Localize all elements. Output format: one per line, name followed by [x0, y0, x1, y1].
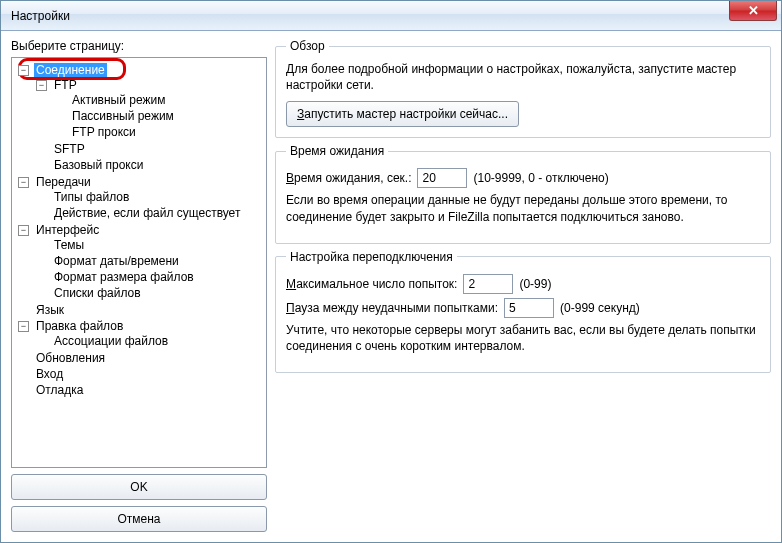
tree-toggle-icon[interactable]: − — [18, 225, 29, 236]
tree-item-size-format[interactable]: Формат размера файлов — [52, 270, 196, 284]
tree-item-language[interactable]: Язык — [34, 303, 66, 317]
titlebar: Настройки ✕ — [1, 1, 781, 31]
reconnect-group: Настройка переподключения Максимальное ч… — [275, 250, 771, 373]
tree-toggle-icon[interactable]: − — [36, 80, 47, 91]
window-buttons: ✕ — [730, 1, 777, 21]
window-title: Настройки — [11, 9, 70, 23]
tree-item-transfers[interactable]: Передачи — [34, 175, 93, 189]
tree-toggle-icon[interactable]: − — [18, 177, 29, 188]
timeout-group: Время ожидания Время ожидания, сек.: (10… — [275, 144, 771, 243]
tree-item-file-editing[interactable]: Правка файлов — [34, 319, 125, 333]
run-wizard-button[interactable]: Запустить мастер настройки сейчас... — [286, 101, 519, 127]
tree-item-file-lists[interactable]: Списки файлов — [52, 286, 143, 300]
tree-item-file-exists[interactable]: Действие, если файл существует — [52, 206, 242, 220]
tree-toggle-icon[interactable]: − — [18, 321, 29, 332]
reconnect-desc: Учтите, что некоторые серверы могут заба… — [286, 322, 760, 354]
close-button[interactable]: ✕ — [729, 1, 777, 21]
timeout-legend: Время ожидания — [286, 144, 388, 158]
overview-desc: Для более подробной информации о настрой… — [286, 61, 760, 93]
right-pane: Обзор Для более подробной информации о н… — [275, 39, 771, 532]
retries-hint: (0-99) — [519, 277, 551, 291]
tree-item-ftp-passive[interactable]: Пассивный режим — [70, 109, 176, 123]
select-page-label: Выберите страницу: — [11, 39, 267, 53]
close-icon: ✕ — [748, 4, 759, 17]
tree-item-file-assoc[interactable]: Ассоциации файлов — [52, 334, 170, 348]
retries-input[interactable] — [463, 274, 513, 294]
settings-tree[interactable]: − Соединение − FTP Активный режим Пассив… — [11, 57, 267, 468]
tree-item-logging[interactable]: Вход — [34, 367, 65, 381]
tree-item-debug[interactable]: Отладка — [34, 383, 85, 397]
tree-item-date-format[interactable]: Формат даты/времени — [52, 254, 181, 268]
tree-item-updates[interactable]: Обновления — [34, 351, 107, 365]
overview-legend: Обзор — [286, 39, 329, 53]
retries-label: Максимальное число попыток: — [286, 277, 457, 291]
tree-item-generic-proxy[interactable]: Базовый прокси — [52, 158, 145, 172]
tree-item-ftp-proxy[interactable]: FTP прокси — [70, 125, 138, 139]
tree-item-connection[interactable]: Соединение — [34, 63, 107, 77]
timeout-label: Время ожидания, сек.: — [286, 171, 411, 185]
timeout-desc: Если во время операции данные не будут п… — [286, 192, 760, 224]
tree-item-themes[interactable]: Темы — [52, 238, 86, 252]
delay-hint: (0-999 секунд) — [560, 301, 640, 315]
overview-group: Обзор Для более подробной информации о н… — [275, 39, 771, 138]
tree-item-interface[interactable]: Интерфейс — [34, 223, 101, 237]
cancel-button[interactable]: Отмена — [11, 506, 267, 532]
ok-button[interactable]: OK — [11, 474, 267, 500]
tree-toggle-icon[interactable]: − — [18, 65, 29, 76]
delay-label: Пауза между неудачными попытками: — [286, 301, 498, 315]
timeout-hint: (10-9999, 0 - отключено) — [473, 171, 608, 185]
tree-item-ftp[interactable]: FTP — [52, 78, 79, 92]
left-pane: Выберите страницу: − Соединение − FTP — [11, 39, 267, 532]
dialog-content: Выберите страницу: − Соединение − FTP — [1, 31, 781, 542]
reconnect-legend: Настройка переподключения — [286, 250, 457, 264]
timeout-input[interactable] — [417, 168, 467, 188]
tree-item-ftp-active[interactable]: Активный режим — [70, 93, 167, 107]
tree-item-sftp[interactable]: SFTP — [52, 142, 87, 156]
tree-item-file-types[interactable]: Типы файлов — [52, 190, 131, 204]
delay-input[interactable] — [504, 298, 554, 318]
